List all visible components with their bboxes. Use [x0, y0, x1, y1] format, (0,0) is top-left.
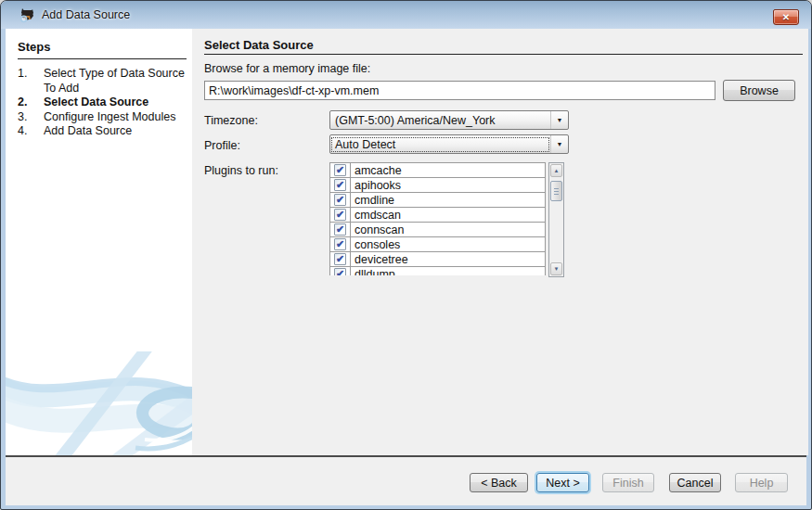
wizard-watermark-graphic: [6, 351, 192, 455]
checked-checkbox-icon[interactable]: ✔: [334, 194, 346, 206]
cancel-button[interactable]: Cancel: [669, 473, 721, 492]
timezone-selected-value: (GMT-5:00) America/New_York: [330, 112, 550, 129]
plugin-name[interactable]: apihooks: [350, 177, 546, 193]
panel-divider: [204, 54, 803, 55]
step-item-2-current: 2. Select Data Source: [18, 96, 185, 110]
plugin-checkbox-cell[interactable]: ✔: [329, 177, 351, 193]
timezone-dropdown[interactable]: (GMT-5:00) America/New_York ▼: [329, 110, 569, 130]
plugin-name[interactable]: consoles: [350, 236, 546, 252]
plugin-name[interactable]: cmdscan: [350, 207, 546, 223]
list-item[interactable]: ✔ amcache: [329, 162, 546, 178]
list-item[interactable]: ✔ apihooks: [329, 177, 546, 193]
step-number: 2.: [18, 96, 44, 110]
back-button[interactable]: < Back: [470, 473, 528, 492]
step-item-4: 4. Add Data Source: [18, 124, 185, 139]
step-label: Add Data Source: [44, 124, 185, 139]
plugin-name[interactable]: dlldump: [350, 266, 546, 275]
memory-image-file-label: Browse for a memory image file:: [204, 62, 370, 75]
profile-label: Profile:: [204, 139, 240, 152]
checked-checkbox-icon[interactable]: ✔: [334, 223, 346, 236]
plugins-rows: ✔ amcache ✔ apihooks ✔ cmdline: [329, 162, 546, 275]
plugins-list: ✔ amcache ✔ apihooks ✔ cmdline: [329, 162, 564, 277]
scrollbar-thumb[interactable]: [550, 181, 562, 201]
finish-button[interactable]: Finish: [602, 473, 654, 492]
memory-image-path-input[interactable]: [204, 81, 715, 100]
plugin-checkbox-cell[interactable]: ✔: [329, 236, 351, 252]
plugin-name[interactable]: devicetree: [350, 251, 546, 267]
step-number: 1.: [18, 67, 44, 96]
checked-checkbox-icon[interactable]: ✔: [334, 164, 346, 176]
list-item[interactable]: ✔ dlldump: [329, 266, 546, 275]
autopsy-dog-icon: [19, 7, 35, 23]
checked-checkbox-icon[interactable]: ✔: [334, 253, 346, 265]
select-data-source-panel: Select Data Source Browse for a memory i…: [192, 29, 808, 455]
steps-sidebar: Steps 1. Select Type of Data Source To A…: [6, 29, 192, 455]
list-item[interactable]: ✔ cmdline: [329, 192, 546, 208]
checked-checkbox-icon[interactable]: ✔: [334, 268, 346, 275]
plugin-name[interactable]: amcache: [350, 162, 546, 178]
scrollbar-grip: [554, 188, 559, 196]
step-number: 3.: [18, 110, 44, 125]
plugin-checkbox-cell[interactable]: ✔: [329, 207, 351, 223]
plugin-checkbox-cell[interactable]: ✔: [329, 251, 351, 267]
steps-divider: [18, 58, 187, 59]
step-label: Configure Ingest Modules: [44, 110, 185, 125]
plugins-label: Plugins to run:: [204, 164, 278, 177]
plugin-checkbox-cell[interactable]: ✔: [329, 222, 351, 237]
panel-heading: Select Data Source: [204, 38, 314, 52]
list-item[interactable]: ✔ devicetree: [329, 251, 546, 267]
help-button[interactable]: Help: [735, 473, 788, 492]
plugin-checkbox-cell[interactable]: ✔: [329, 266, 351, 275]
plugin-name[interactable]: cmdline: [350, 192, 546, 208]
checked-checkbox-icon[interactable]: ✔: [334, 209, 346, 221]
plugin-checkbox-cell[interactable]: ✔: [329, 192, 351, 208]
plugin-name[interactable]: connscan: [350, 222, 546, 237]
scroll-down-arrow-icon[interactable]: ▼: [550, 262, 562, 275]
chevron-down-icon[interactable]: ▼: [550, 135, 568, 153]
scroll-up-arrow-icon[interactable]: ▲: [550, 164, 562, 177]
list-item[interactable]: ✔ connscan: [329, 222, 546, 237]
step-item-3: 3. Configure Ingest Modules: [18, 110, 185, 125]
step-item-1: 1. Select Type of Data Source To Add: [18, 67, 185, 96]
button-bar: < Back Next > Finish Cancel Help: [6, 457, 806, 505]
step-number: 4.: [18, 124, 44, 139]
title-bar[interactable]: Add Data Source ✕: [1, 1, 811, 29]
list-item[interactable]: ✔ cmdscan: [329, 207, 546, 223]
profile-dropdown[interactable]: Auto Detect ▼: [329, 134, 569, 154]
plugin-checkbox-cell[interactable]: ✔: [329, 162, 351, 178]
chevron-down-icon[interactable]: ▼: [550, 111, 568, 129]
window-title: Add Data Source: [42, 8, 130, 21]
steps-heading: Steps: [18, 40, 192, 54]
profile-selected-value: Auto Detect: [330, 136, 550, 153]
checked-checkbox-icon[interactable]: ✔: [334, 179, 346, 191]
checked-checkbox-icon[interactable]: ✔: [334, 238, 346, 250]
add-data-source-dialog: Add Data Source ✕ Steps 1. Select Type o…: [0, 0, 812, 510]
close-button[interactable]: ✕: [773, 9, 799, 25]
step-label: Select Data Source: [44, 96, 185, 110]
list-item[interactable]: ✔ consoles: [329, 236, 546, 252]
browse-button[interactable]: Browse: [723, 80, 795, 101]
plugins-scrollbar[interactable]: ▲ ▼: [548, 162, 564, 277]
next-button[interactable]: Next >: [536, 473, 589, 492]
timezone-label: Timezone:: [204, 114, 258, 127]
step-label: Select Type of Data Source To Add: [44, 67, 185, 96]
